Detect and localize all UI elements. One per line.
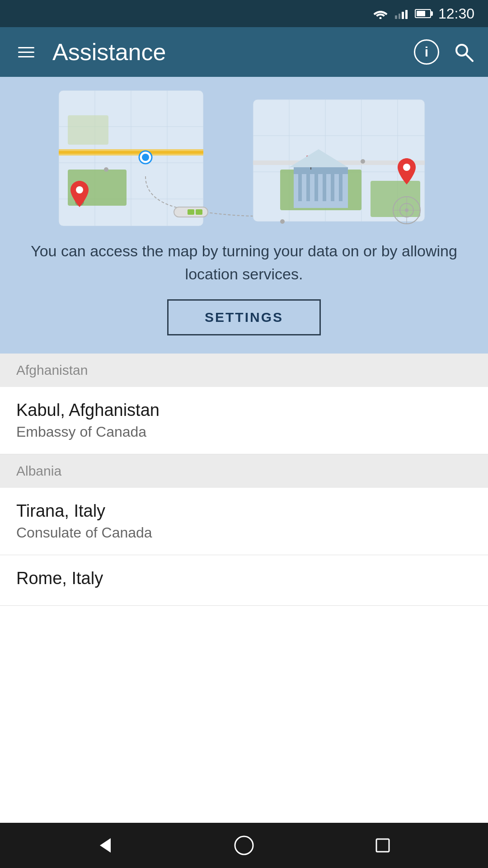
status-bar: 12:30 bbox=[0, 0, 488, 27]
map-illustration: 🍁 bbox=[14, 90, 474, 226]
hamburger-menu-icon[interactable] bbox=[14, 42, 39, 62]
embassy-city: Kabul, Afghanistan bbox=[16, 401, 472, 420]
country-header-albania: Albania bbox=[0, 454, 488, 488]
app-bar-actions: i bbox=[414, 39, 474, 65]
home-button[interactable] bbox=[233, 835, 255, 856]
svg-rect-36 bbox=[314, 174, 318, 201]
svg-point-17 bbox=[142, 154, 149, 161]
bottom-navigation bbox=[0, 823, 488, 868]
embassy-name: Consulate of Canada bbox=[16, 524, 472, 541]
wifi-icon bbox=[373, 8, 388, 19]
svg-rect-33 bbox=[294, 167, 348, 174]
svg-rect-20 bbox=[188, 209, 194, 215]
svg-point-18 bbox=[104, 167, 108, 172]
info-button[interactable]: i bbox=[414, 39, 439, 65]
back-button[interactable] bbox=[94, 835, 116, 856]
search-button[interactable] bbox=[453, 41, 474, 63]
list-item[interactable]: Tirana, Italy Consulate of Canada bbox=[0, 488, 488, 555]
status-icons: 12:30 bbox=[373, 5, 474, 22]
svg-rect-56 bbox=[376, 839, 389, 852]
svg-rect-38 bbox=[331, 174, 334, 201]
svg-marker-54 bbox=[100, 838, 111, 853]
svg-rect-21 bbox=[196, 209, 202, 215]
app-bar: Assistance i bbox=[0, 27, 488, 77]
embassy-list: Afghanistan Kabul, Afghanistan Embassy o… bbox=[0, 354, 488, 823]
list-item[interactable]: Kabul, Afghanistan Embassy of Canada bbox=[0, 387, 488, 454]
svg-line-2 bbox=[466, 54, 473, 61]
svg-rect-13 bbox=[68, 115, 108, 145]
page-title: Assistance bbox=[52, 38, 400, 66]
svg-rect-35 bbox=[306, 174, 310, 201]
status-time: 12:30 bbox=[438, 5, 474, 22]
svg-rect-31 bbox=[371, 181, 420, 217]
embassy-city: Rome, Italy bbox=[16, 569, 472, 588]
signal-icon bbox=[395, 8, 408, 19]
embassy-city: Tirana, Italy bbox=[16, 501, 472, 521]
svg-rect-11 bbox=[59, 151, 203, 154]
country-header-afghanistan: Afghanistan bbox=[0, 354, 488, 387]
battery-icon bbox=[415, 9, 431, 18]
recents-button[interactable] bbox=[372, 835, 394, 856]
settings-button[interactable]: SETTINGS bbox=[167, 299, 321, 335]
svg-rect-34 bbox=[298, 174, 302, 201]
svg-point-55 bbox=[235, 836, 253, 854]
svg-rect-39 bbox=[339, 174, 343, 201]
svg-point-52 bbox=[361, 159, 365, 164]
svg-point-53 bbox=[280, 219, 285, 224]
svg-point-0 bbox=[379, 17, 381, 19]
svg-rect-37 bbox=[323, 174, 326, 201]
svg-point-15 bbox=[76, 186, 83, 193]
svg-point-46 bbox=[403, 164, 410, 171]
map-access-message: You can access the map by turning your d… bbox=[14, 240, 474, 286]
map-section: 🍁 You can access the map by turning your… bbox=[0, 77, 488, 354]
list-item[interactable]: Rome, Italy Embassy of Canada bbox=[0, 555, 488, 606]
embassy-name: Embassy of Canada bbox=[16, 424, 472, 440]
